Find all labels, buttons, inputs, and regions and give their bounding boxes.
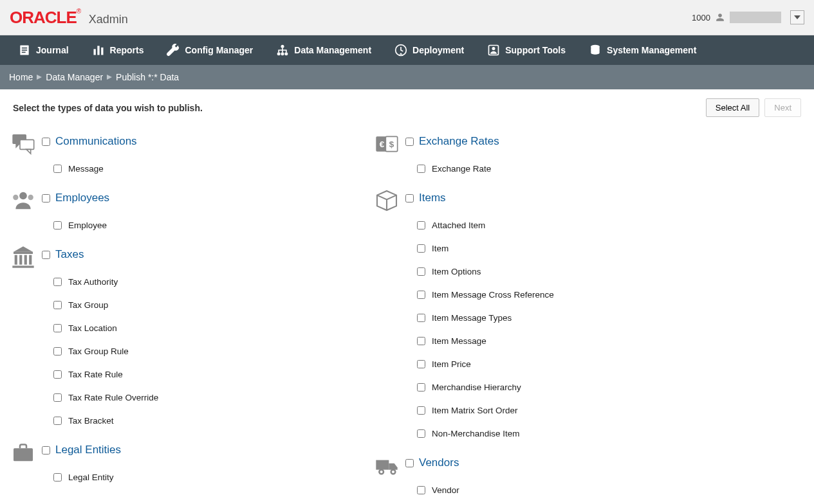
communications-checkbox[interactable] bbox=[42, 138, 50, 146]
list-item: Item Price bbox=[417, 352, 734, 375]
items-title: Items bbox=[419, 192, 446, 204]
svg-rect-6 bbox=[101, 48, 103, 55]
svg-rect-2 bbox=[22, 50, 27, 51]
item-label: Attached Item bbox=[432, 221, 485, 230]
item-checkbox[interactable] bbox=[417, 406, 425, 415]
item-checkbox[interactable] bbox=[417, 360, 425, 368]
svg-rect-1 bbox=[22, 48, 27, 49]
exchange-rates-checkbox[interactable] bbox=[405, 138, 414, 146]
taxes-title: Taxes bbox=[55, 248, 84, 261]
item-checkbox[interactable] bbox=[53, 417, 62, 425]
item-checkbox[interactable] bbox=[53, 278, 62, 286]
item-label: Message bbox=[68, 164, 104, 174]
svg-rect-5 bbox=[97, 46, 99, 55]
category-vendors: Vendors Vendor bbox=[370, 453, 734, 501]
user-area: 1000 bbox=[692, 10, 804, 24]
item-checkbox[interactable] bbox=[53, 324, 62, 332]
nav-system[interactable]: System Management bbox=[577, 35, 708, 65]
vendors-checkbox[interactable] bbox=[405, 459, 414, 467]
nav-deployment-label: Deployment bbox=[412, 45, 464, 55]
nav-data-management[interactable]: Data Management bbox=[264, 35, 383, 65]
breadcrumb-sep-icon bbox=[106, 75, 113, 80]
breadcrumb: Home Data Manager Publish *:* Data bbox=[0, 65, 814, 89]
category-employees: Employees Employee bbox=[6, 188, 370, 237]
registered-mark: ® bbox=[77, 8, 81, 15]
item-checkbox[interactable] bbox=[417, 267, 425, 276]
list-item: Tax Bracket bbox=[53, 409, 370, 432]
list-item: Vendor bbox=[417, 478, 734, 501]
item-label: Tax Rate Rule bbox=[68, 370, 123, 379]
item-label: Legal Entity bbox=[68, 473, 114, 482]
svg-rect-31 bbox=[376, 460, 389, 470]
item-checkbox[interactable] bbox=[417, 314, 425, 322]
item-checkbox[interactable] bbox=[53, 370, 62, 379]
item-checkbox[interactable] bbox=[417, 165, 425, 173]
category-legal-entities: Legal Entities Legal Entity bbox=[6, 440, 370, 489]
nav-deployment[interactable]: Deployment bbox=[383, 35, 476, 65]
list-item: Employee bbox=[53, 213, 370, 237]
item-checkbox[interactable] bbox=[53, 165, 62, 173]
nav-reports[interactable]: Reports bbox=[80, 35, 156, 65]
next-button[interactable]: Next bbox=[764, 98, 801, 117]
item-checkbox[interactable] bbox=[417, 429, 425, 438]
journal-icon bbox=[18, 44, 31, 57]
list-item: Attached Item bbox=[417, 213, 734, 237]
item-checkbox[interactable] bbox=[417, 337, 425, 345]
svg-point-9 bbox=[281, 52, 284, 55]
items-checkbox[interactable] bbox=[405, 194, 414, 203]
svg-point-18 bbox=[13, 195, 18, 200]
svg-point-19 bbox=[28, 195, 33, 200]
item-checkbox[interactable] bbox=[53, 393, 62, 402]
item-checkbox[interactable] bbox=[417, 221, 425, 230]
item-checkbox[interactable] bbox=[417, 291, 425, 299]
user-name-placeholder bbox=[730, 12, 781, 23]
legal-entities-checkbox[interactable] bbox=[42, 446, 50, 455]
user-dropdown[interactable] bbox=[790, 10, 804, 24]
nav-journal[interactable]: Journal bbox=[6, 35, 80, 65]
svg-rect-4 bbox=[93, 49, 95, 55]
app-name: Xadmin bbox=[89, 13, 128, 26]
item-label: Item Message bbox=[432, 336, 486, 346]
breadcrumb-home[interactable]: Home bbox=[6, 72, 35, 82]
hierarchy-icon bbox=[276, 44, 289, 57]
nav-support[interactable]: Support Tools bbox=[476, 35, 577, 65]
item-label: Tax Group Rule bbox=[68, 346, 129, 356]
svg-rect-22 bbox=[19, 255, 22, 265]
select-all-button[interactable]: Select All bbox=[706, 98, 759, 117]
list-item: Item Matrix Sort Order bbox=[417, 399, 734, 422]
main-nav: Journal Reports Config Manager Data Mana… bbox=[0, 35, 814, 65]
item-checkbox[interactable] bbox=[53, 221, 62, 230]
item-checkbox[interactable] bbox=[417, 383, 425, 392]
item-checkbox[interactable] bbox=[417, 244, 425, 253]
vendors-title: Vendors bbox=[419, 456, 459, 469]
svg-rect-26 bbox=[14, 448, 33, 461]
legal-entities-title: Legal Entities bbox=[55, 444, 121, 456]
item-checkbox[interactable] bbox=[53, 473, 62, 482]
communications-title: Communications bbox=[55, 135, 137, 148]
svg-text:€: € bbox=[380, 140, 385, 149]
chevron-down-icon bbox=[794, 15, 800, 19]
item-label: Item bbox=[432, 244, 449, 253]
svg-rect-16 bbox=[20, 140, 34, 149]
breadcrumb-data-manager[interactable]: Data Manager bbox=[43, 72, 106, 82]
employees-checkbox[interactable] bbox=[42, 194, 50, 203]
support-icon bbox=[487, 44, 500, 57]
item-checkbox[interactable] bbox=[417, 486, 425, 494]
items-items: Attached Item Item Item Options Item Mes… bbox=[405, 208, 734, 445]
database-icon bbox=[589, 44, 602, 57]
communications-icon bbox=[10, 131, 36, 157]
item-label: Vendor bbox=[432, 485, 459, 495]
top-header: ORACLE® Xadmin 1000 bbox=[0, 0, 814, 35]
nav-config[interactable]: Config Manager bbox=[155, 35, 264, 65]
taxes-icon bbox=[10, 244, 36, 270]
nav-config-label: Config Manager bbox=[185, 45, 253, 55]
list-item: Legal Entity bbox=[53, 465, 370, 489]
item-label: Tax Location bbox=[68, 323, 117, 333]
item-label: Non-Merchandise Item bbox=[432, 429, 520, 438]
item-checkbox[interactable] bbox=[53, 347, 62, 356]
item-checkbox[interactable] bbox=[53, 301, 62, 309]
box-icon bbox=[374, 188, 400, 213]
breadcrumb-current[interactable]: Publish *:* Data bbox=[113, 72, 181, 82]
taxes-checkbox[interactable] bbox=[42, 251, 50, 259]
list-item: Message bbox=[53, 157, 370, 180]
